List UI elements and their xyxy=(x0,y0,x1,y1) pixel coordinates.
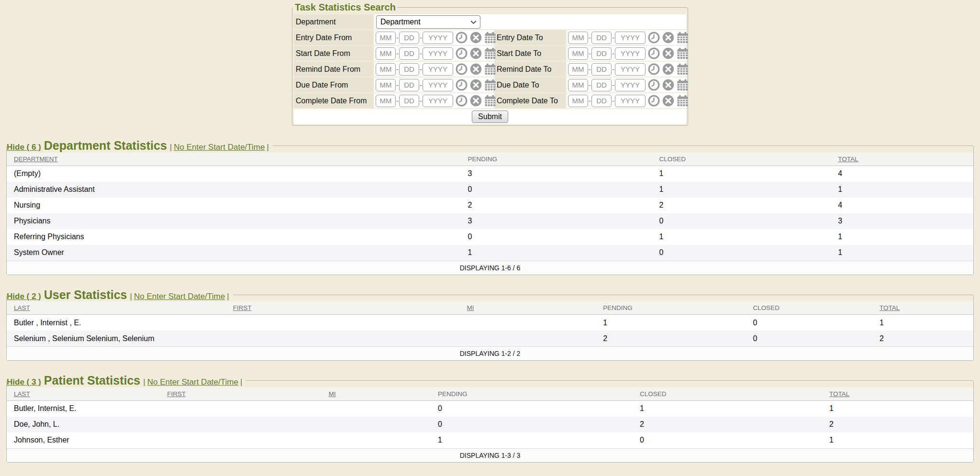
patient-statistics-table: LAST FIRST MI PENDING CLOSED TOTAL Butle… xyxy=(7,387,973,462)
clock-icon[interactable] xyxy=(456,95,468,107)
table-row: Referring Physicians011 xyxy=(7,229,973,245)
month-input[interactable] xyxy=(376,95,396,107)
patient-statistics-legend: Hide ( 3 )Patient Statistics|No Enter St… xyxy=(7,374,246,387)
column-header-mi[interactable]: MI xyxy=(329,387,438,401)
clear-icon[interactable] xyxy=(662,95,674,107)
no-enter-start-link[interactable]: No Enter Start Date/Time xyxy=(174,143,265,152)
year-input[interactable] xyxy=(615,79,646,91)
calendar-icon[interactable] xyxy=(484,79,496,91)
column-header-first[interactable]: FIRST xyxy=(167,387,328,401)
year-input[interactable] xyxy=(615,32,646,44)
month-input[interactable] xyxy=(568,47,588,60)
calendar-icon[interactable] xyxy=(484,95,496,107)
hide-link[interactable]: Hide ( 2 ) xyxy=(7,292,41,301)
cell: 1 xyxy=(468,245,659,261)
column-header-department[interactable]: DEPARTMENT xyxy=(7,153,468,166)
table-row: Nursing224 xyxy=(7,198,973,213)
cell xyxy=(329,400,438,417)
hide-link[interactable]: Hide ( 6 ) xyxy=(7,143,41,152)
day-input[interactable] xyxy=(591,63,612,76)
day-input[interactable] xyxy=(591,32,612,44)
column-header-total[interactable]: TOTAL xyxy=(838,153,973,166)
calendar-icon[interactable] xyxy=(677,32,689,44)
year-input[interactable] xyxy=(423,63,453,76)
due-date-from-group: -- xyxy=(374,77,494,92)
calendar-icon[interactable] xyxy=(677,79,689,91)
clear-icon[interactable] xyxy=(662,47,674,59)
clock-icon[interactable] xyxy=(456,63,468,75)
year-input[interactable] xyxy=(615,95,646,107)
calendar-icon[interactable] xyxy=(484,32,496,44)
hide-link[interactable]: Hide ( 3 ) xyxy=(7,377,41,387)
cell: System Owner xyxy=(7,245,468,261)
header-row: LAST FIRST MI PENDING CLOSED TOTAL xyxy=(7,387,973,401)
month-input[interactable] xyxy=(568,32,588,44)
user-statistics-legend: Hide ( 2 )User Statistics|No Enter Start… xyxy=(7,288,233,302)
clock-icon[interactable] xyxy=(648,47,660,59)
cell: 3 xyxy=(468,213,659,229)
department-select-cell: Department xyxy=(374,14,686,29)
submit-button[interactable]: Submit xyxy=(472,111,508,123)
clock-icon[interactable] xyxy=(648,79,660,91)
cell: 1 xyxy=(838,245,973,261)
clock-icon[interactable] xyxy=(648,63,660,75)
year-input[interactable] xyxy=(615,63,646,76)
day-input[interactable] xyxy=(399,79,419,91)
complete-date-from-group: -- xyxy=(374,93,494,108)
column-header-mi[interactable]: MI xyxy=(467,301,603,315)
clear-icon[interactable] xyxy=(470,32,482,44)
column-header-last[interactable]: LAST xyxy=(7,387,167,401)
column-header-last[interactable]: LAST xyxy=(7,301,233,315)
calendar-icon[interactable] xyxy=(677,95,689,107)
displaying-row: DISPLAYING 1-3 / 3 xyxy=(7,448,973,462)
entry-date-to-group: -- xyxy=(567,30,686,45)
day-input[interactable] xyxy=(399,95,419,107)
pipe-separator: | xyxy=(143,377,145,387)
clear-icon[interactable] xyxy=(470,47,482,59)
month-input[interactable] xyxy=(376,79,396,91)
column-header-first[interactable]: FIRST xyxy=(233,301,467,315)
clear-icon[interactable] xyxy=(662,79,674,91)
day-input[interactable] xyxy=(399,63,419,76)
year-input[interactable] xyxy=(423,47,453,60)
day-input[interactable] xyxy=(399,32,419,44)
column-header-total[interactable]: TOTAL xyxy=(880,301,973,315)
clock-icon[interactable] xyxy=(648,95,660,107)
calendar-icon[interactable] xyxy=(484,63,496,75)
year-input[interactable] xyxy=(423,95,453,107)
calendar-icon[interactable] xyxy=(484,47,496,59)
clock-icon[interactable] xyxy=(456,79,468,91)
year-input[interactable] xyxy=(423,79,453,91)
day-input[interactable] xyxy=(591,47,612,60)
section-title: User Statistics xyxy=(44,288,127,301)
month-input[interactable] xyxy=(376,63,396,76)
day-input[interactable] xyxy=(591,95,612,107)
department-label: Department xyxy=(294,14,373,29)
no-enter-start-link[interactable]: No Enter Start Date/Time xyxy=(147,377,238,387)
month-input[interactable] xyxy=(568,79,588,91)
month-input[interactable] xyxy=(568,63,588,76)
day-input[interactable] xyxy=(399,47,419,60)
department-select[interactable]: Department xyxy=(376,15,480,29)
clear-icon[interactable] xyxy=(470,79,482,91)
clear-icon[interactable] xyxy=(662,32,674,44)
month-input[interactable] xyxy=(568,95,588,107)
no-enter-start-link[interactable]: No Enter Start Date/Time xyxy=(134,292,225,301)
clock-icon[interactable] xyxy=(648,32,660,44)
cell: 0 xyxy=(659,245,838,261)
clock-icon[interactable] xyxy=(456,47,468,59)
year-input[interactable] xyxy=(423,32,453,44)
clear-icon[interactable] xyxy=(470,63,482,75)
month-input[interactable] xyxy=(376,47,396,60)
month-input[interactable] xyxy=(376,32,396,44)
calendar-icon[interactable] xyxy=(677,63,689,75)
clock-icon[interactable] xyxy=(456,32,468,44)
clear-icon[interactable] xyxy=(662,63,674,75)
start-date-to-label: Start Date To xyxy=(495,46,566,61)
year-input[interactable] xyxy=(615,47,646,60)
column-header-total[interactable]: TOTAL xyxy=(829,387,973,401)
day-input[interactable] xyxy=(591,79,612,91)
start-date-to-group: -- xyxy=(567,46,686,61)
clear-icon[interactable] xyxy=(470,95,482,107)
calendar-icon[interactable] xyxy=(677,47,689,59)
